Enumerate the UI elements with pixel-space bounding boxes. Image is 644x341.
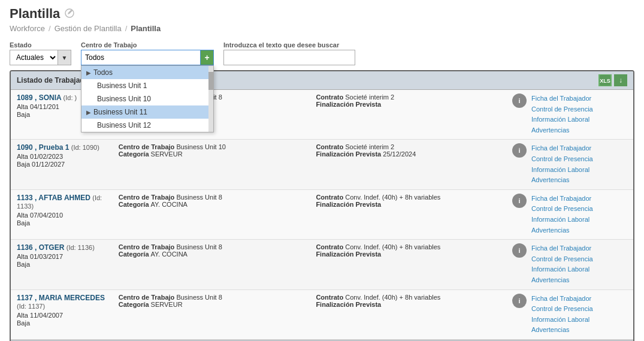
- fin-label-2: Finalización Prevista: [316, 201, 381, 208]
- info-btn-4[interactable]: i: [512, 294, 527, 308]
- info-btn-2[interactable]: i: [512, 194, 527, 208]
- info-btn-3[interactable]: i: [512, 243, 527, 258]
- centro-label-3: Centro de Trabajo: [119, 243, 177, 251]
- centro-trabajo-dropdown: ▶ Todos Business Unit 1 Business Unit 10…: [81, 65, 214, 132]
- employee-contract-1: Contrato Societé interim 2 Finalización …: [310, 143, 507, 158]
- estado-select[interactable]: Actuales Todos Bajas: [10, 50, 58, 65]
- contrato-val-4: Conv. Indef. (40h) + 8h variables: [345, 294, 440, 301]
- breadcrumb-gestion[interactable]: Gestión de Plantilla: [55, 24, 122, 33]
- ct-option-bu1-label: Business Unit 1: [97, 82, 147, 90]
- presencia-link-4[interactable]: Control de Presencia: [531, 304, 593, 315]
- centro-trabajo-label: Centro de Trabajo: [81, 41, 214, 49]
- cat-val-1: SERVEUR: [151, 150, 183, 158]
- advertencias-link-4[interactable]: Advertencias: [531, 325, 570, 336]
- download-btn[interactable]: ↓: [614, 74, 627, 86]
- employee-actions-2: Ficha del Trabajador Control de Presenci…: [531, 194, 627, 236]
- centro-label-4: Centro de Trabajo: [119, 294, 177, 301]
- employee-id-3: (Id: 1136): [66, 244, 95, 251]
- ct-option-bu10[interactable]: Business Unit 10: [81, 92, 213, 105]
- ct-option-todos-label: Todos: [93, 68, 113, 77]
- ct-option-bu12[interactable]: Business Unit 12: [81, 119, 213, 132]
- employee-name-1: 1090 , Prueba 1 (Id: 1090): [17, 143, 113, 152]
- contrato-label-2: Contrato: [316, 194, 345, 201]
- table-row: 1133 , AFTAB AHMED (Id: 1133) Alta 07/04…: [11, 190, 633, 240]
- breadcrumb-current: Plantilla: [131, 24, 161, 33]
- cat-label-2: Categoría: [119, 201, 151, 208]
- search-input[interactable]: [223, 50, 355, 65]
- contrato-label-4: Contrato: [316, 294, 345, 301]
- employee-actions-4: Ficha del Trabajador Control de Presenci…: [531, 294, 627, 336]
- contrato-val-2: Conv. Indef. (40h) + 8h variables: [345, 194, 440, 201]
- presencia-link-0[interactable]: Control de Presencia: [531, 104, 593, 115]
- ficha-link-0[interactable]: Ficha del Trabajador: [531, 93, 591, 104]
- centro-label-1: Centro de Trabajo: [119, 143, 177, 150]
- ct-option-todos[interactable]: ▶ Todos: [81, 66, 213, 79]
- search-label: Introduzca el texto que desee buscar: [223, 41, 355, 49]
- employee-id-4: (Id: 1137): [17, 303, 45, 310]
- presencia-link-1[interactable]: Control de Presencia: [531, 154, 593, 165]
- estado-dropdown-btn[interactable]: ▼: [58, 50, 71, 65]
- cat-label-3: Categoría: [119, 251, 151, 258]
- ficha-link-4[interactable]: Ficha del Trabajador: [531, 294, 591, 304]
- advertencias-link-1[interactable]: Advertencias: [531, 175, 570, 186]
- employee-contract-0: Contrato Societé interim 2 Finalización …: [310, 93, 507, 108]
- laboral-link-3[interactable]: Información Laboral: [531, 264, 589, 275]
- cat-val-4: SERVEUR: [151, 301, 183, 308]
- ct-option-bu11[interactable]: ▶ Business Unit 11: [81, 105, 213, 119]
- advertencias-link-2[interactable]: Advertencias: [531, 225, 570, 236]
- ct-option-bu11-label: Business Unit 11: [93, 108, 147, 116]
- table-row: 1090 , Prueba 1 (Id: 1090) Alta 01/02/20…: [11, 140, 633, 189]
- employee-contract-3: Contrato Conv. Indef. (40h) + 8h variabl…: [310, 243, 507, 258]
- export-xls-btn[interactable]: XLS: [598, 74, 612, 86]
- info-btn-1[interactable]: i: [512, 143, 527, 158]
- employee-alta-2: Alta 07/04/2010: [17, 212, 113, 219]
- table-header-icons: XLS ↓: [598, 74, 627, 86]
- centro-trabajo-input[interactable]: [81, 50, 201, 65]
- ficha-link-2[interactable]: Ficha del Trabajador: [531, 194, 591, 204]
- ficha-link-3[interactable]: Ficha del Trabajador: [531, 243, 591, 254]
- cat-label-4: Categoría: [119, 301, 151, 308]
- fin-label-3: Finalización Prevista: [316, 251, 381, 258]
- centro-trabajo-wrapper: + ▶ Todos Business Unit 1 Business Unit …: [81, 50, 214, 65]
- ficha-link-1[interactable]: Ficha del Trabajador: [531, 143, 591, 154]
- employee-actions-1: Ficha del Trabajador Control de Presenci…: [531, 143, 627, 185]
- search-container: Introduzca el texto que desee buscar: [223, 41, 355, 65]
- info-btn-0[interactable]: i: [512, 93, 527, 108]
- laboral-link-2[interactable]: Información Laboral: [531, 215, 589, 225]
- ct-option-bu10-label: Business Unit 10: [97, 95, 151, 103]
- breadcrumb-sep-2: /: [125, 24, 128, 33]
- ct-option-bu1[interactable]: Business Unit 1: [81, 79, 213, 92]
- contrato-val-3: Conv. Indef. (40h) + 8h variables: [345, 243, 440, 251]
- svg-text:↓: ↓: [619, 76, 622, 85]
- advertencias-link-3[interactable]: Advertencias: [531, 275, 570, 286]
- laboral-link-4[interactable]: Información Laboral: [531, 315, 589, 325]
- centro-trabajo-filter: Centro de Trabajo + ▶ Todos Business Uni…: [81, 41, 214, 65]
- breadcrumb-workforce[interactable]: Workforce: [10, 24, 45, 33]
- contrato-val-1: Societé interim 2: [345, 143, 394, 150]
- employee-main-3: 1136 , OTGER (Id: 1136) Alta 01/03/2017 …: [17, 243, 113, 268]
- table-row: 1136 , OTGER (Id: 1136) Alta 01/03/2017 …: [11, 240, 633, 289]
- centro-trabajo-add-btn[interactable]: +: [201, 50, 214, 65]
- employee-name-text-1: 1090 , Prueba 1: [17, 143, 69, 152]
- employee-baja-2: Baja: [17, 219, 113, 227]
- fin-label-0: Finalización Prevista: [316, 101, 381, 108]
- laboral-link-1[interactable]: Información Laboral: [531, 165, 589, 176]
- presencia-link-2[interactable]: Control de Presencia: [531, 204, 593, 215]
- employee-details-2: Centro de Trabajo Business Unit 8 Catego…: [113, 194, 310, 208]
- centro-val-4: Business Unit 8: [176, 294, 222, 301]
- employee-alta-1: Alta 01/02/2023: [17, 153, 113, 160]
- centro-val-3: Business Unit 8: [176, 243, 222, 251]
- edit-icon[interactable]: [65, 8, 75, 19]
- advertencias-link-0[interactable]: Advertencias: [531, 125, 570, 136]
- laboral-link-0[interactable]: Información Laboral: [531, 114, 589, 125]
- breadcrumb: Workforce / Gestión de Plantilla / Plant…: [10, 24, 634, 33]
- contrato-label-3: Contrato: [316, 243, 345, 251]
- employee-alta-3: Alta 01/03/2017: [17, 253, 113, 260]
- fin-label-4: Finalización Prevista: [316, 301, 381, 308]
- presencia-link-3[interactable]: Control de Presencia: [531, 254, 593, 265]
- employee-name-text-0: 1089 , SONIA: [17, 93, 61, 102]
- fin-val-1: 25/12/2024: [383, 150, 416, 158]
- contrato-label-0: Contrato: [316, 93, 345, 101]
- employee-details-3: Centro de Trabajo Business Unit 8 Catego…: [113, 243, 310, 258]
- employee-name-text-2: 1133 , AFTAB AHMED: [17, 194, 90, 202]
